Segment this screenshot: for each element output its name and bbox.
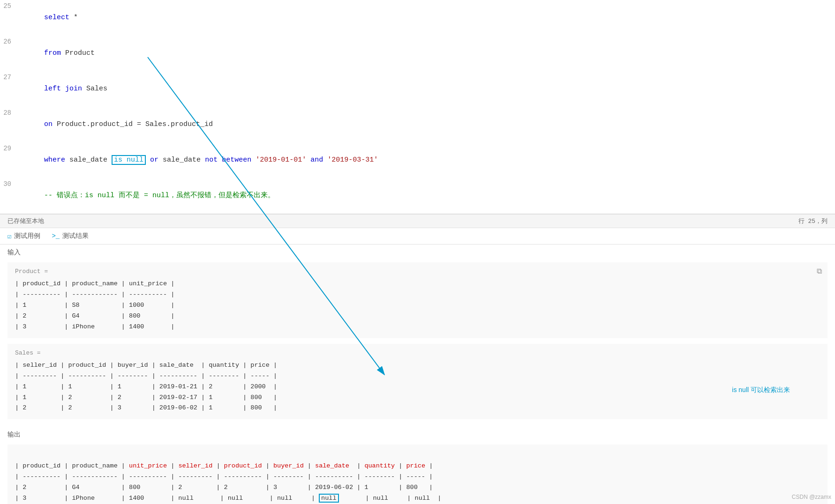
sales-table-content: | seller_id | product_id | buyer_id | sa… [15, 360, 820, 414]
output-table-container: | product_id | product_name | unit_price… [8, 445, 827, 504]
code-editor: 25 select * 26 from Product 27 left join… [0, 0, 835, 214]
terminal-icon: >_ [52, 232, 60, 240]
output-table-content: | product_id | product_name | unit_price… [15, 450, 820, 504]
watermark: CSDN @zzamx [792, 494, 831, 500]
input-section-label: 输入 [0, 245, 835, 260]
tab-test-results-label: 测试结果 [62, 232, 89, 240]
cursor-position: 行 25，列 [798, 217, 827, 225]
product-table-container: ⧉ Product = | product_id | product_name … [8, 262, 827, 338]
tab-test-results[interactable]: >_ 测试结果 [52, 232, 89, 240]
checkbox-icon: ☑ [8, 232, 11, 240]
sales-annotation-wrapper: Sales = | seller_id | product_id | buyer… [0, 344, 835, 420]
is-null-annotation: is null 可以检索出来 [732, 386, 790, 394]
tabs-bar: ☑ 测试用例 >_ 测试结果 [0, 228, 835, 245]
code-line-27: 27 left join Sales [0, 71, 835, 107]
output-section-label: 输出 [0, 427, 835, 443]
tab-test-cases[interactable]: ☑ 测试用例 [8, 232, 40, 240]
code-line-30: 30 -- 错误点：is null 而不是 = null，虽然不报错，但是检索不… [0, 178, 835, 214]
test-area: 输入 ⧉ Product = | product_id | product_na… [0, 245, 835, 504]
null-highlighted-cell: null [319, 494, 339, 503]
product-table-content: | product_id | product_name | unit_price… [15, 279, 820, 333]
copy-icon[interactable]: ⧉ [817, 267, 822, 276]
code-line-26: 26 from Product [0, 36, 835, 71]
product-table-header: Product = [15, 268, 820, 275]
sales-table-header: Sales = [15, 349, 820, 356]
output-section: 输出 | product_id | product_name | unit_pr… [0, 425, 835, 504]
status-bar: 已存储至本地 行 25，列 [0, 214, 835, 228]
code-line-28: 28 on Product.product_id = Sales.product… [0, 107, 835, 142]
tab-test-cases-label: 测试用例 [14, 232, 40, 240]
code-line-25: 25 select * [0, 0, 835, 36]
code-line-29: 29 where sale_date is null or sale_date … [0, 142, 835, 178]
saved-status: 已存储至本地 [8, 217, 44, 225]
sales-table-container: Sales = | seller_id | product_id | buyer… [8, 344, 827, 420]
